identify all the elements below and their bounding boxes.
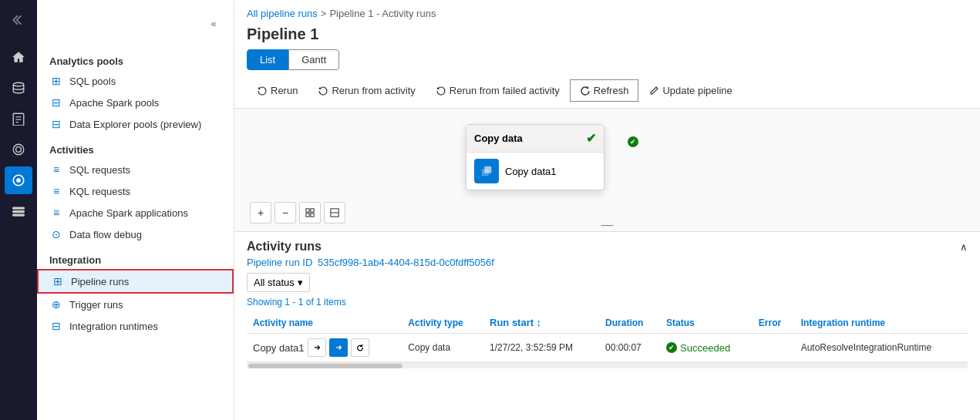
- showing-count: Showing 1 - 1 of 1 items: [247, 297, 968, 307]
- horizontal-scrollbar[interactable]: [247, 362, 968, 368]
- output-action-btn[interactable]: [329, 338, 348, 357]
- rerun-activity-icon: [318, 86, 328, 96]
- run-id-value: 535cf998-1ab4-4404-815d-0c0fdff5056f: [318, 257, 494, 268]
- pipeline-canvas: Copy data ✔ Copy data1 ✔ + −: [234, 109, 980, 232]
- svg-rect-15: [311, 209, 314, 212]
- monitor-icon-btn[interactable]: [5, 166, 32, 194]
- nav-item-integration-runtimes[interactable]: ⊟ Integration runtimes: [37, 315, 234, 337]
- integration-title: Integration: [37, 245, 234, 269]
- sql-requests-icon: ≡: [49, 163, 63, 176]
- dropdown-copy-data-item[interactable]: Copy data1: [466, 153, 604, 190]
- scroll-thumb: [248, 364, 402, 368]
- activity-runs-table: Activity name Activity type Run start ↕ …: [247, 312, 968, 362]
- success-check-icon: ✔: [586, 131, 596, 146]
- col-integration-runtime: Integration runtime: [795, 312, 968, 334]
- status-filter-dropdown[interactable]: All status ▾: [247, 273, 310, 292]
- cell-error: [753, 334, 795, 362]
- fit-to-screen-btn[interactable]: [299, 202, 321, 223]
- nav-item-pipeline-runs[interactable]: ⊞ Pipeline runs: [37, 269, 234, 294]
- rerun-from-activity-button[interactable]: Rerun from activity: [308, 79, 425, 102]
- svg-point-0: [13, 82, 24, 86]
- layout-icon: [330, 208, 339, 217]
- activity-runs-header: Activity runs ∧: [247, 232, 968, 257]
- activity-dropdown: Copy data ✔ Copy data1: [466, 124, 605, 190]
- home-icon-btn[interactable]: [5, 43, 32, 71]
- rerun-button[interactable]: Rerun: [247, 79, 308, 102]
- section-divider[interactable]: —: [601, 219, 614, 231]
- refresh-icon: [580, 86, 591, 96]
- svg-point-5: [16, 147, 22, 153]
- output-icon: [335, 344, 342, 351]
- pipeline-run-id: Pipeline run ID 535cf998-1ab4-4404-815d-…: [247, 257, 968, 273]
- fit-screen-icon: [305, 208, 315, 217]
- sidebar-icons-panel: [0, 0, 37, 420]
- status-dot-icon: ✔: [666, 342, 677, 353]
- canvas-controls: + −: [250, 202, 345, 223]
- cell-activity-type: Copy data: [402, 334, 483, 362]
- rerun-row-icon: [356, 344, 364, 351]
- breadcrumb-separator: >: [321, 8, 327, 19]
- dataflow-icon: ⊙: [49, 228, 63, 240]
- manage-icon-btn[interactable]: [5, 197, 32, 225]
- page-title: Pipeline 1: [234, 22, 980, 49]
- data-icon-btn[interactable]: [5, 74, 32, 102]
- breadcrumb: All pipeline runs > Pipeline 1 - Activit…: [234, 0, 980, 22]
- svg-rect-16: [306, 213, 309, 217]
- breadcrumb-link[interactable]: All pipeline runs: [247, 8, 318, 19]
- nav-item-sql-pools[interactable]: ⊞ SQL pools: [37, 70, 234, 92]
- nav-item-data-explorer-pools[interactable]: ⊟ Data Explorer pools (preview): [37, 113, 234, 135]
- zoom-out-btn[interactable]: −: [274, 202, 296, 223]
- svg-rect-13: [484, 166, 491, 173]
- cell-run-start: 1/27/22, 3:52:59 PM: [483, 334, 599, 362]
- update-pipeline-button[interactable]: Update pipeline: [638, 79, 742, 102]
- input-action-btn[interactable]: [308, 338, 326, 357]
- zoom-in-btn[interactable]: +: [250, 202, 271, 223]
- col-duration: Duration: [599, 312, 660, 334]
- nav-item-dataflow-debug[interactable]: ⊙ Data flow debug: [37, 223, 234, 245]
- nav-item-kql-requests[interactable]: ≡ KQL requests: [37, 180, 234, 202]
- view-tabs: List Gantt: [234, 49, 980, 76]
- develop-icon-btn[interactable]: [5, 105, 32, 133]
- rerun-failed-icon: [436, 86, 446, 96]
- auto-layout-btn[interactable]: [324, 202, 345, 223]
- col-error: Error: [753, 312, 795, 334]
- nav-item-spark-applications[interactable]: ≡ Apache Spark applications: [37, 202, 234, 223]
- integrate-icon-btn[interactable]: [5, 136, 32, 163]
- copy-data-icon: [474, 159, 499, 183]
- row-actions: [308, 338, 369, 357]
- cell-activity-name: Copy data1: [247, 334, 402, 362]
- data-explorer-icon: ⊟: [49, 118, 63, 130]
- input-icon: [313, 344, 321, 351]
- activities-title: Activities: [37, 135, 234, 159]
- sort-icon[interactable]: ↕: [536, 317, 541, 328]
- col-run-start: Run start ↕: [483, 312, 599, 334]
- sql-pools-icon: ⊞: [49, 75, 63, 87]
- spark-pools-icon: ⊟: [49, 96, 63, 109]
- refresh-button[interactable]: Refresh: [570, 79, 639, 102]
- edit-icon: [648, 86, 659, 96]
- svg-rect-9: [12, 207, 25, 209]
- action-toolbar: Rerun Rerun from activity Rerun from fai…: [234, 76, 980, 109]
- svg-rect-11: [12, 213, 25, 216]
- svg-rect-10: [12, 210, 25, 213]
- nav-collapse-btn[interactable]: «: [200, 9, 227, 37]
- cell-integration-runtime: AutoResolveIntegrationRuntime: [795, 334, 968, 362]
- rerun-row-btn[interactable]: [351, 338, 369, 357]
- nav-item-trigger-runs[interactable]: ⊕ Trigger runs: [37, 294, 234, 315]
- tab-list[interactable]: List: [247, 49, 288, 70]
- col-activity-type: Activity type: [402, 312, 483, 334]
- nav-item-spark-pools[interactable]: ⊟ Apache Spark pools: [37, 92, 234, 113]
- main-content: All pipeline runs > Pipeline 1 - Activit…: [234, 0, 980, 420]
- tab-gantt[interactable]: Gantt: [288, 49, 339, 70]
- table-row: Copy data1: [247, 334, 968, 362]
- nav-item-sql-requests[interactable]: ≡ SQL requests: [37, 159, 234, 180]
- sidebar-collapse-btn[interactable]: [5, 6, 32, 34]
- nav-panel: « Analytics pools ⊞ SQL pools ⊟ Apache S…: [37, 0, 234, 420]
- kql-requests-icon: ≡: [49, 185, 63, 197]
- rerun-from-failed-button[interactable]: Rerun from failed activity: [426, 79, 570, 102]
- collapse-activity-btn[interactable]: ∧: [960, 241, 968, 253]
- breadcrumb-current: Pipeline 1 - Activity runs: [329, 8, 436, 19]
- cell-duration: 00:00:07: [599, 334, 660, 362]
- trigger-runs-icon: ⊕: [49, 298, 63, 311]
- pipeline-runs-icon: ⊞: [51, 275, 65, 287]
